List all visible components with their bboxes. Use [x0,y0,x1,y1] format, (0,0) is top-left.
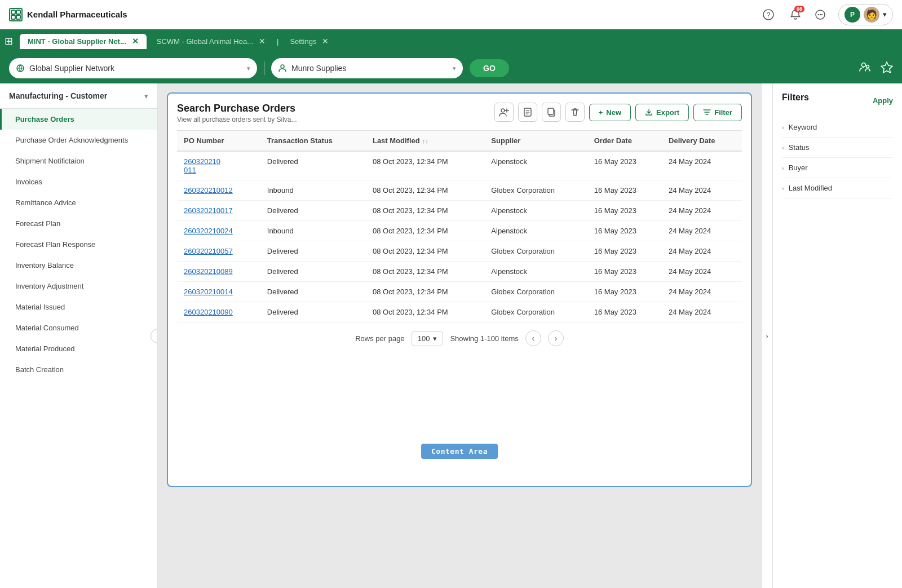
filter-button[interactable]: Filter [693,104,742,121]
supplier-cell: Globex Corporation [484,282,587,302]
po-number-link[interactable]: 260320210012 [184,186,233,194]
table-row: 260320210057Delivered08 Oct 2023, 12:34 … [177,241,742,262]
sidebar-item-inventory-adj-label: Inventory Adjustment [15,282,83,290]
tab-settings-label: Settings [290,37,316,46]
last-modified-cell: 08 Oct 2023, 12:34 PM [366,282,484,302]
network-input[interactable] [29,64,240,73]
transaction-status-cell: Delivered [260,151,366,180]
sidebar-item-inventory-adjustment[interactable]: Inventory Adjustment [0,276,157,297]
rows-per-page-value: 100 [418,334,430,343]
filter-apply-button[interactable]: Apply [873,96,893,105]
filter-item-status[interactable]: › Status [782,138,893,158]
po-number-link[interactable]: 260320210014 [184,288,233,296]
svg-point-15 [501,109,505,112]
filter-item-buyer[interactable]: › Buyer [782,158,893,178]
col-header-delivery-date: Delivery Date [662,131,742,152]
sidebar-item-inventory-balance[interactable]: Inventory Balance [0,255,157,276]
favorites-icon-button[interactable] [881,61,893,76]
supplier-search-field[interactable]: ▾ [271,58,463,78]
grid-menu-icon[interactable]: ⊞ [5,35,13,47]
po-number-link[interactable]: 260320210057 [184,247,233,255]
top-icons: ? 08 P 🧑 ▾ [759,4,893,25]
filters-panel: Filters Apply › Keyword › Status › Buyer… [772,83,902,588]
last-modified-cell: 08 Oct 2023, 12:34 PM [366,221,484,241]
delete-button[interactable] [565,103,585,122]
notification-badge: 08 [794,6,804,12]
help-button[interactable]: ? [759,6,777,24]
chat-button[interactable] [811,6,829,24]
sidebar-header-label: Manufacturing - Customer [9,91,107,100]
last-modified-cell: 08 Oct 2023, 12:34 PM [366,201,484,221]
filter-status-label: Status [789,143,810,152]
document-button[interactable] [518,103,537,122]
po-number-link[interactable]: 260320210017 [184,206,233,215]
po-number-link[interactable]: 260320210089 [184,267,233,276]
filter-last-modified-label: Last Modified [789,184,832,192]
tab-mint[interactable]: MINT - Global Supplier Net... ✕ [20,34,147,49]
user-photo-avatar: 🧑 [864,7,879,23]
content-area-label: Content Area [421,444,498,459]
sidebar-item-forecast-plan-response[interactable]: Forecast Plan Response [0,234,157,255]
filter-item-last-modified[interactable]: › Last Modified [782,178,893,198]
supplier-dropdown-arrow[interactable]: ▾ [453,65,456,72]
app-logo-icon [9,8,23,21]
svg-point-13 [866,65,869,68]
notifications-button[interactable]: 08 [786,6,804,24]
col-header-order-date: Order Date [587,131,662,152]
transaction-status-cell: Delivered [260,201,366,221]
search-panel-title-area: Search Purchase Orders View all purchase… [177,103,297,123]
duplicate-button[interactable] [542,103,561,122]
tab-mint-close[interactable]: ✕ [132,37,139,45]
transaction-status-cell: Delivered [260,241,366,262]
sidebar-item-po-acknowledgments[interactable]: Purchase Order Acknowledgments [0,130,157,151]
sidebar-item-batch-creation[interactable]: Batch Creation [0,359,157,380]
sidebar-header[interactable]: Manufacturing - Customer ▾ [0,83,157,109]
sidebar-item-shipment-notification[interactable]: Shipment Notifictaion [0,151,157,171]
rows-per-page-select[interactable]: 100 ▾ [412,331,444,346]
network-search-field[interactable]: ▾ [9,58,257,78]
sidebar-item-forecast-plan[interactable]: Forecast Plan [0,213,157,234]
sidebar-item-purchase-orders[interactable]: Purchase Orders [0,109,157,130]
pagination-prev-button[interactable]: ‹ [525,330,541,346]
supplier-input[interactable] [291,64,446,73]
sidebar-item-material-issued[interactable]: Material Issued [0,297,157,317]
new-button[interactable]: + New [589,104,631,121]
po-number-link[interactable]: 260320210090 [184,308,233,316]
sidebar-item-remittance-advice[interactable]: Remittance Advice [0,192,157,213]
people-icon-button[interactable] [859,61,872,76]
po-number-link[interactable]: 260320210024 [184,227,233,235]
company-name: Kendall Pharmaceuticals [27,10,127,19]
network-dropdown-arrow[interactable]: ▾ [247,65,250,72]
add-user-button[interactable] [494,103,514,122]
sidebar-item-material-consumed[interactable]: Material Consumed [0,317,157,338]
user-menu-button[interactable]: P 🧑 ▾ [838,4,893,25]
tab-scwm-close[interactable]: ✕ [259,37,266,45]
order-date-cell: 16 May 2023 [587,201,662,221]
tab-scwm[interactable]: SCWM - Global Animal Hea... ✕ [149,34,273,49]
pagination-next-button[interactable]: › [548,330,564,346]
export-button-label: Export [656,108,679,117]
user-dropdown-icon: ▾ [883,10,887,19]
svg-rect-18 [548,108,554,114]
supplier-cell: Alpenstock [484,201,587,221]
table-row: 260320210089Delivered08 Oct 2023, 12:34 … [177,262,742,282]
po-number-link[interactable]: 260320210011 [184,157,220,174]
table-row: 260320210012Inbound08 Oct 2023, 12:34 PM… [177,180,742,201]
sidebar-item-material-produced[interactable]: Material Produced [0,338,157,359]
user-initial-avatar: P [844,7,860,23]
svg-rect-2 [11,15,15,19]
last-modified-cell: 08 Oct 2023, 12:34 PM [366,262,484,282]
expand-panel-arrow[interactable]: › [761,83,772,588]
go-button[interactable]: GO [470,59,509,77]
sidebar-item-po-ack-label: Purchase Order Acknowledgments [15,136,128,144]
sidebar-header-chevron: ▾ [144,92,148,100]
tab-settings[interactable]: Settings ✕ [282,34,337,49]
sidebar-item-invoices[interactable]: Invoices [0,171,157,192]
export-button[interactable]: Export [635,104,689,121]
col-header-last-modified[interactable]: Last Modified ↑↓ [366,131,484,152]
table-row: 260320210017Delivered08 Oct 2023, 12:34 … [177,201,742,221]
delivery-date-cell: 24 May 2024 [662,282,742,302]
order-date-cell: 16 May 2023 [587,282,662,302]
filter-item-keyword[interactable]: › Keyword [782,117,893,138]
tab-settings-close[interactable]: ✕ [322,37,329,45]
